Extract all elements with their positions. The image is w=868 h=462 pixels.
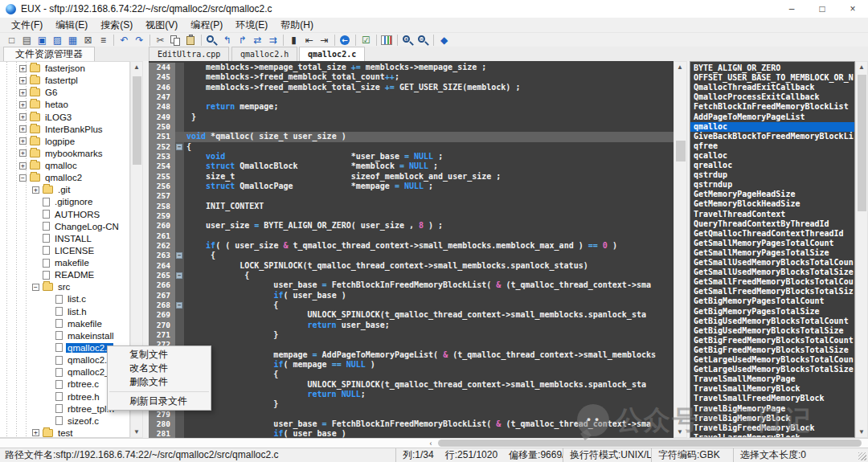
function-item-TravelSmallMemoryPage[interactable]: TravelSmallMemoryPage <box>690 374 855 384</box>
code-line-279[interactable]: 279 <box>149 410 674 420</box>
code-line-253[interactable]: 253 void *user_base = NULL ; <box>149 152 674 162</box>
function-item-GetSmallUsedMemoryBlocksTotalSize[interactable]: GetSmallUsedMemoryBlocksTotalSize <box>690 268 855 277</box>
paste-icon[interactable] <box>183 34 199 47</box>
save-all-icon[interactable]: ▦ <box>65 34 80 47</box>
tree-scrollbar-thumb[interactable] <box>133 76 141 165</box>
function-item-TravelSmallMemoryBlock[interactable]: TravelSmallMemoryBlock <box>690 384 855 394</box>
code-line-263[interactable]: 263− { <box>149 251 674 261</box>
resize-grip[interactable] <box>858 452 866 460</box>
function-item-qcalloc[interactable]: qcalloc <box>690 151 855 161</box>
code-line-251[interactable]: 251void *qmalloc( size_t user_size ) <box>149 132 674 142</box>
code-line-246[interactable]: 246 memblocks->freed_memblock_total_size… <box>149 83 674 93</box>
function-list-icon[interactable]: ☑ <box>358 34 374 47</box>
code-line-259[interactable]: 259 <box>149 211 674 222</box>
editor-scrollbar-thumb[interactable] <box>676 141 686 161</box>
code-line-266[interactable]: 266 user_base = FetchBlockInFreedMemoryB… <box>149 280 674 291</box>
tab-qmalloc2.c[interactable]: qmalloc2.c <box>299 47 365 61</box>
function-item-GetSmallMemoryPagesTotalCount[interactable]: GetSmallMemoryPagesTotalCount <box>690 239 855 248</box>
tab-qmalloc2.h[interactable]: qmalloc2.h <box>231 47 297 61</box>
menu-item-2[interactable]: 搜索(S) <box>94 18 139 32</box>
tree-item-LICENSE[interactable]: LICENSE <box>0 244 130 257</box>
code-line-271[interactable]: 271 } <box>149 330 674 341</box>
prev-bookmark-icon[interactable]: ⇤ <box>301 34 317 47</box>
tree-item-iLOG3[interactable]: +iLOG3 <box>0 111 130 124</box>
function-item-GetBigMemoryPagesTotalSize[interactable]: GetBigMemoryPagesTotalSize <box>690 307 855 317</box>
code-line-264[interactable]: 264 LOCK_SPINLOCK(t_qmalloc_thread_conte… <box>149 261 674 272</box>
function-item-TravelBigMemoryPage[interactable]: TravelBigMemoryPage <box>690 404 855 414</box>
scroll-up-icon[interactable]: ▲ <box>674 63 686 71</box>
code-line-278[interactable]: 278 } <box>149 399 674 410</box>
context-menu-item-删除文件[interactable]: 删除文件 <box>108 375 211 389</box>
code-line-269[interactable]: 269 UNLOCK_SPINLOCK(t_qmalloc_thread_con… <box>149 310 674 321</box>
tab-file-explorer[interactable]: 文件资源管理器 <box>3 47 95 61</box>
cut-icon[interactable]: ✂ <box>153 34 168 47</box>
find-prev-icon[interactable]: ↰ <box>219 34 235 47</box>
code-line-272[interactable]: 272 <box>149 340 674 350</box>
context-menu-item-改名文件[interactable]: 改名文件 <box>108 362 211 375</box>
next-bookmark-icon[interactable]: ⇥ <box>317 34 332 47</box>
code-line-261[interactable]: 261 <box>149 231 674 242</box>
function-scrollbar-thumb[interactable] <box>858 75 866 211</box>
scroll-up-icon[interactable]: ▲ <box>131 63 142 71</box>
code-line-277[interactable]: 277 return NULL; <box>149 390 674 400</box>
fold-collapse-icon[interactable]: − <box>176 252 182 259</box>
tree-item-ChangeLog-CN[interactable]: ChangeLog-CN <box>0 220 130 233</box>
code-line-254[interactable]: 254 struct QmallocBlock *memblock = NULL… <box>149 161 674 172</box>
code-line-262[interactable]: 262 if( ( user_size & t_qmalloc_thread_c… <box>149 241 674 251</box>
code-line-252[interactable]: 252−{ <box>149 142 674 153</box>
code-line-268[interactable]: 268− { <box>149 301 674 311</box>
function-item-BYTE_ALIGN_OR_ZERO[interactable]: BYTE_ALIGN_OR_ZERO <box>690 63 855 73</box>
save-icon[interactable]: ▣ <box>35 34 50 47</box>
maximize-button[interactable]: □ <box>807 0 837 18</box>
redo-icon[interactable]: ↷ <box>132 34 147 47</box>
find-next-icon[interactable]: ↱ <box>235 34 250 47</box>
undo-icon[interactable]: ↶ <box>117 34 132 47</box>
find-icon[interactable] <box>204 34 219 47</box>
function-item-qstrdup[interactable]: qstrdup <box>690 170 855 180</box>
menu-item-3[interactable]: 视图(V) <box>139 18 184 32</box>
tree-item-INSTALL[interactable]: INSTALL <box>0 232 130 245</box>
expand-icon[interactable]: + <box>19 125 27 133</box>
function-item-qmalloc[interactable]: qmalloc <box>690 122 855 132</box>
tree-item-.gitignore[interactable]: .gitignore <box>0 195 130 208</box>
function-item-GetBigUsedMemoryBlocksTotalSize[interactable]: GetBigUsedMemoryBlocksTotalSize <box>690 326 855 336</box>
function-item-TravelBigMemoryBlock[interactable]: TravelBigMemoryBlock <box>690 414 855 423</box>
tree-item-fastertpl[interactable]: +fastertpl <box>0 74 130 87</box>
tree-item-makefile[interactable]: makefile <box>0 317 130 330</box>
function-item-GetBigFreedMemoryBlocksTotalSize[interactable]: GetBigFreedMemoryBlocksTotalSize <box>690 345 855 355</box>
zoom-in-icon[interactable]: + <box>400 34 416 47</box>
function-item-TravelSmallFreedMemoryBlock[interactable]: TravelSmallFreedMemoryBlock <box>690 394 855 403</box>
scroll-down-icon[interactable]: ▼ <box>674 428 686 435</box>
code-line-275[interactable]: 275 { <box>149 370 674 380</box>
function-item-GetMemoryPageHeadSize[interactable]: GetMemoryPageHeadSize <box>690 190 855 199</box>
function-list-scrollbar[interactable]: ▲ ▼ <box>855 61 868 438</box>
tree-item-makefile[interactable]: makefile <box>0 256 130 269</box>
menu-item-6[interactable]: 帮助(H) <box>274 18 320 32</box>
function-item-GetSmallFreedMemoryBlocksTotalCou[interactable]: GetSmallFreedMemoryBlocksTotalCou <box>690 277 855 287</box>
fold-collapse-icon[interactable]: − <box>176 144 182 150</box>
tree-item-InterBankPlus[interactable]: +InterBankPlus <box>0 123 130 136</box>
function-item-GetMemoryBlockHeadSize[interactable]: GetMemoryBlockHeadSize <box>690 199 855 209</box>
file-list-icon[interactable]: ≡ <box>96 34 111 47</box>
expand-icon[interactable]: + <box>19 101 27 108</box>
chart-icon[interactable] <box>379 34 395 47</box>
close-file-icon[interactable]: ⊠ <box>80 34 96 47</box>
close-button[interactable]: × <box>837 0 868 18</box>
tree-item-AUTHORS[interactable]: AUTHORS <box>0 208 130 221</box>
context-menu-item-刷新目录文件[interactable]: 刷新目录文件 <box>108 395 211 408</box>
function-item-qfree[interactable]: qfree <box>690 141 855 151</box>
scroll-down-icon[interactable]: ▼ <box>856 428 867 435</box>
code-line-244[interactable]: 244 memblocks->mempage_total_size += mem… <box>149 63 674 73</box>
function-item-QueryThreadContextByThreadId[interactable]: QueryThreadContextByThreadId <box>690 219 855 229</box>
back-icon[interactable]: ← <box>338 34 353 47</box>
tree-item-fasterjson[interactable]: +fasterjson <box>0 62 130 75</box>
tree-item-README[interactable]: README <box>0 268 130 281</box>
context-menu-item-复制文件[interactable]: 复制文件 <box>108 348 211 362</box>
code-line-273[interactable]: 273 mempage = AddPageToMemoryPageList( &… <box>149 350 674 361</box>
tree-item-src[interactable]: −src <box>0 280 130 293</box>
function-item-GetSmallFreedMemoryBlocksTotalSiz[interactable]: GetSmallFreedMemoryBlocksTotalSiz <box>690 287 855 296</box>
tree-item-G6[interactable]: +G6 <box>0 86 130 99</box>
function-item-GetQmallocThreadContextThreadId[interactable]: GetQmallocThreadContextThreadId <box>690 229 855 239</box>
horizontal-scrollbar-thumb[interactable] <box>438 440 862 447</box>
function-item-TravelThreadContext[interactable]: TravelThreadContext <box>690 210 855 219</box>
